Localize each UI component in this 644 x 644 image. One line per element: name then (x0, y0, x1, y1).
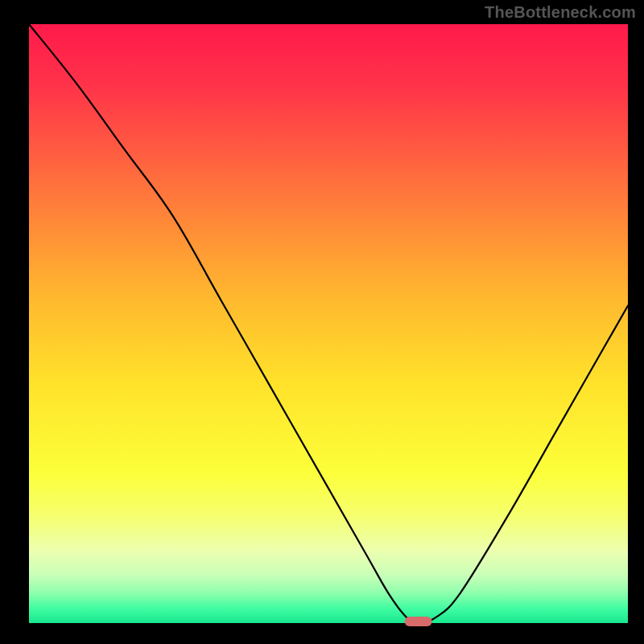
chart-frame: TheBottleneck.com (0, 0, 644, 644)
gradient-background (29, 24, 628, 623)
bottleneck-chart (0, 0, 644, 644)
optimal-marker (405, 617, 432, 626)
